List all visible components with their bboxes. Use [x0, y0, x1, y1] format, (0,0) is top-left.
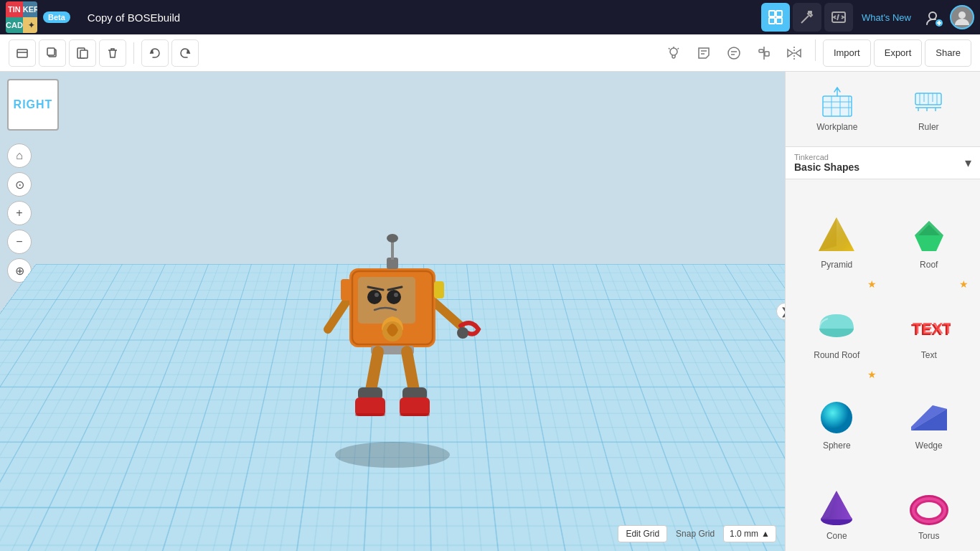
svg-rect-59 [823, 96, 852, 116]
sidebar-top: Workplane Ruler [786, 72, 980, 147]
svg-point-49 [387, 234, 398, 242]
mirror-button[interactable] [781, 39, 808, 67]
svg-rect-58 [400, 413, 430, 416]
undo-button[interactable] [141, 39, 169, 67]
zoom-out-button[interactable]: − [7, 230, 32, 254]
shape-item-text[interactable]: ★ TEXT TEXT Text [884, 276, 975, 364]
import-button[interactable]: Import [823, 39, 871, 67]
library-brand: Tinkercad [794, 153, 859, 161]
svg-point-33 [335, 442, 450, 468]
snap-value-text: 1.0 mm [730, 529, 758, 539]
svg-rect-5 [769, 18, 775, 24]
shape-item-torus[interactable]: Torus [884, 456, 975, 545]
share-button[interactable]: Share [925, 39, 971, 67]
zoom-in-button[interactable]: + [7, 201, 32, 225]
svg-marker-74 [915, 235, 943, 251]
viewport[interactable]: RIGHT ⌂ ⊙ + − ⊕ [0, 72, 785, 551]
workplane-label: Workplane [816, 122, 857, 132]
shape-item-wedge[interactable]: Wedge [884, 366, 975, 455]
svg-rect-46 [434, 281, 444, 298]
svg-marker-83 [911, 405, 947, 430]
menu-list-icon[interactable] [76, 14, 82, 20]
svg-rect-3 [769, 11, 775, 17]
svg-line-22 [669, 48, 670, 50]
wedge-label: Wedge [915, 441, 943, 451]
shape-item-round-roof[interactable]: ★ Round Roof [791, 276, 882, 364]
library-title: Tinkercad Basic Shapes [794, 153, 859, 173]
shape-note-button[interactable] [720, 39, 748, 67]
text-label: Text [921, 350, 937, 360]
hammer-button[interactable] [793, 3, 821, 32]
copy-up-button[interactable] [39, 39, 66, 67]
lightbulb-button[interactable] [660, 39, 687, 67]
snap-grid-label: Snap Grid [676, 529, 715, 539]
svg-point-40 [367, 290, 382, 304]
ruler-label: Ruler [918, 122, 939, 132]
svg-marker-73 [819, 217, 837, 251]
svg-line-51 [371, 352, 378, 390]
export-button[interactable]: Export [874, 39, 923, 67]
snap-grid-value[interactable]: 1.0 mm ▲ [723, 525, 776, 542]
avatar[interactable] [950, 5, 974, 29]
grid-view-button[interactable] [761, 3, 790, 32]
svg-rect-57 [355, 413, 385, 416]
toolbar-sep-2 [815, 39, 816, 61]
toolbar-separator [133, 42, 134, 64]
svg-rect-48 [391, 240, 394, 260]
library-dropdown-button[interactable]: ▾ [965, 155, 971, 171]
beta-badge: Beta [43, 11, 70, 23]
svg-text:TEXT: TEXT [913, 319, 951, 337]
svg-point-36 [457, 327, 468, 339]
roof-label: Roof [920, 260, 938, 270]
shapes-grid: Pyramid Roof ★ Roun [786, 179, 980, 551]
shape-item-sphere[interactable]: ★ Sphere [791, 366, 882, 455]
bottom-controls: Edit Grid Snap Grid 1.0 mm ▲ [618, 525, 776, 542]
svg-rect-45 [341, 279, 351, 301]
svg-rect-17 [47, 48, 55, 55]
ruler-panel[interactable]: Ruler [886, 80, 972, 138]
nav-right-area: What's New [761, 3, 974, 32]
sphere-star: ★ [867, 369, 877, 380]
svg-rect-6 [776, 18, 782, 24]
svg-line-34 [328, 297, 349, 329]
edit-grid-button[interactable]: Edit Grid [618, 525, 667, 542]
pyramid-label: Pyramid [821, 260, 852, 270]
shape-item-roof[interactable]: Roof [884, 185, 975, 274]
view-controls: ⌂ ⊙ + − ⊕ [7, 143, 32, 283]
tinkercad-logo[interactable]: TIN KER CAD ✦ [6, 1, 37, 33]
home-view-button[interactable]: ⌂ [7, 143, 32, 168]
note-button[interactable] [690, 39, 717, 67]
delete-button[interactable] [99, 39, 126, 67]
whats-new-button[interactable]: What's New [856, 12, 917, 23]
svg-point-9 [929, 12, 936, 19]
library-name: Basic Shapes [794, 161, 859, 173]
copy-button[interactable] [69, 39, 96, 67]
shape-library-header: Tinkercad Basic Shapes ▾ [786, 147, 980, 179]
top-navigation: TIN KER CAD ✦ Beta Copy of BOSEbuild [0, 0, 980, 34]
shape-item-cone[interactable]: Cone [791, 456, 882, 545]
svg-rect-30 [759, 50, 763, 52]
code-button[interactable] [824, 3, 853, 32]
add-user-button[interactable] [920, 6, 947, 28]
document-title[interactable]: Copy of BOSEbuild [88, 11, 755, 24]
align-button[interactable] [750, 39, 778, 67]
svg-line-23 [677, 48, 679, 50]
redo-button[interactable] [171, 39, 199, 67]
svg-point-13 [958, 11, 966, 19]
snap-chevron-icon: ▲ [761, 529, 770, 539]
toolbar: Import Export Share [0, 34, 980, 72]
svg-rect-7 [808, 11, 812, 14]
cone-label: Cone [826, 531, 847, 541]
svg-line-52 [407, 352, 414, 390]
view-label[interactable]: RIGHT [7, 79, 59, 131]
main-area: RIGHT ⌂ ⊙ + − ⊕ [0, 72, 980, 551]
minimize-button[interactable] [9, 39, 36, 67]
svg-point-80 [821, 402, 852, 433]
svg-point-43 [394, 293, 398, 297]
shape-item-pyramid[interactable]: Pyramid [791, 185, 882, 274]
robot-model [278, 146, 507, 479]
sidebar: Workplane Ruler Tinkercad [785, 72, 980, 551]
orbit-button[interactable]: ⊙ [7, 172, 32, 197]
workplane-panel[interactable]: Workplane [794, 80, 880, 138]
svg-rect-19 [80, 50, 88, 58]
